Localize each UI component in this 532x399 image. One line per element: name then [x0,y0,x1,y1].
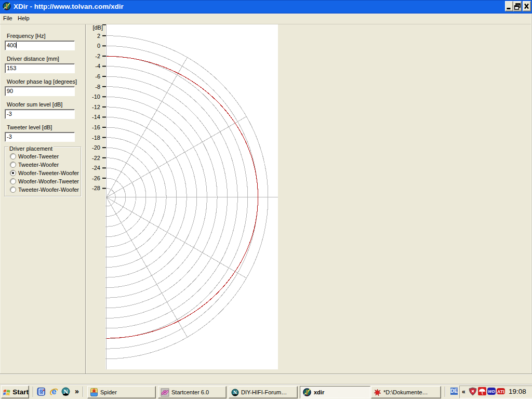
svg-text:-26: -26 [92,175,100,181]
svg-text:-16: -16 [92,124,100,130]
svg-text:ATI: ATI [497,389,504,394]
svg-text:-28: -28 [92,185,100,191]
svg-text:-6: -6 [95,73,100,79]
svg-text:N: N [63,388,68,395]
svg-text:2: 2 [97,33,100,39]
svg-text:-24: -24 [92,165,100,171]
svg-text:-22: -22 [92,155,100,161]
svg-text:-12: -12 [92,104,100,110]
svg-text:[dB]: [dB] [92,24,103,31]
svg-text:-18: -18 [92,135,100,141]
svg-text:-4: -4 [95,63,100,69]
svg-text:-20: -20 [92,144,100,151]
svg-text:-14: -14 [92,114,100,120]
svg-text:-8: -8 [95,84,100,90]
svg-text:N: N [233,389,237,395]
svg-text:-2: -2 [95,53,100,59]
svg-text:0: 0 [97,43,100,49]
svg-text:-10: -10 [92,94,100,100]
svg-text:WD: WD [488,389,495,394]
